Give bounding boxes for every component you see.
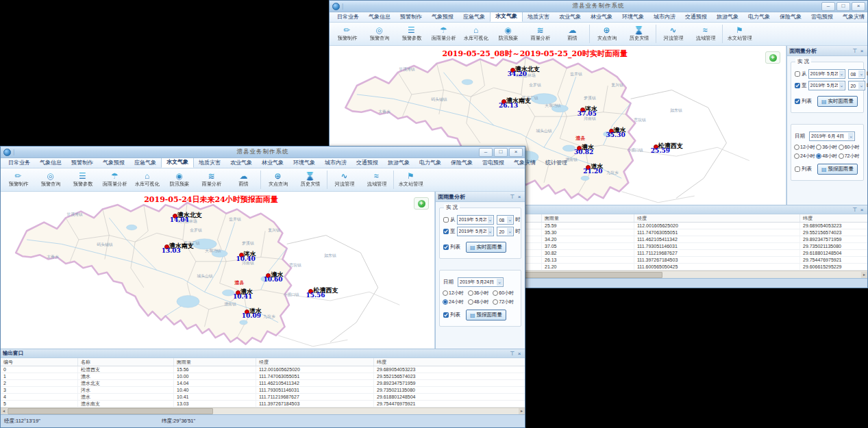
live-to-date-select[interactable]: 2019年 5月25日⌄ (457, 227, 495, 236)
menu-tab[interactable]: 预警制作 (66, 158, 98, 168)
menu-tab[interactable]: 气象信息 (364, 12, 395, 22)
menu-tab[interactable]: 日常业务 (3, 158, 35, 168)
toolbar-button[interactable]: ⚑水文站管理 (723, 23, 756, 45)
duration-radio-option[interactable]: 60小时 (493, 290, 518, 297)
maximize-button[interactable]: □ (494, 148, 508, 157)
forecast-list-checkbox[interactable] (795, 166, 800, 172)
duration-radio[interactable] (468, 290, 473, 296)
column-header[interactable]: 纬度 (800, 214, 867, 222)
duration-radio[interactable] (816, 144, 821, 150)
menu-tab[interactable]: 日常业务 (332, 12, 364, 22)
duration-radio-option[interactable]: 24小时 (794, 153, 816, 160)
pin-icon[interactable]: ⊤ (852, 48, 858, 54)
duration-radio-option[interactable]: 48小时 (468, 299, 493, 305)
menu-tab[interactable]: 电力气象 (743, 12, 775, 22)
duration-radio[interactable] (443, 299, 448, 305)
live-to-checkbox[interactable] (795, 83, 800, 88)
duration-radio-option[interactable]: 24小时 (443, 299, 468, 305)
menu-tab[interactable]: 气象预报 (427, 12, 458, 22)
live-from-checkbox[interactable] (443, 217, 449, 223)
duration-radio-option[interactable]: 60小时 (839, 144, 860, 151)
scroll-right-arrow[interactable]: ▸ (519, 408, 525, 414)
menu-tab[interactable]: 统计管理 (541, 158, 572, 168)
menu-tab[interactable]: 城市内涝 (649, 12, 680, 22)
toolbar-button[interactable]: ✏预警制作 (331, 23, 363, 45)
menu-tab[interactable]: 交通预报 (680, 12, 712, 22)
menu-tab-active[interactable]: 水文气象 (161, 157, 194, 168)
close-icon[interactable]: × (858, 48, 865, 54)
column-header[interactable]: 编号 (1, 358, 78, 366)
menu-tab[interactable]: 气象灾情 (509, 158, 541, 168)
duration-radio[interactable] (839, 144, 844, 150)
pin-icon[interactable]: ⊤ (852, 207, 858, 213)
live-to-checkbox[interactable] (443, 229, 449, 234)
live-from-date-select[interactable]: 2019年 5月25日⌄ (808, 69, 846, 79)
column-header[interactable]: 名称 (78, 358, 174, 366)
live-from-hour-select[interactable]: 08⌄ (497, 215, 514, 225)
live-rainfall-button[interactable]: ▤实时面雨量 (817, 96, 858, 107)
duration-radio-option[interactable]: 72小时 (493, 299, 518, 305)
live-to-hour-select[interactable]: 20⌄ (497, 227, 514, 236)
duration-radio[interactable] (794, 144, 799, 150)
map-viewport[interactable]: 甘溪滩镇太青乡码头铺镇王家厂镇太浮山林场金罗镇盐井镇复兴镇梦溪镇大堰垱镇涔南镇官… (1, 192, 435, 349)
menu-tab[interactable]: 雷电预报 (806, 12, 838, 22)
toolbar-button[interactable]: ☂面雨量分析 (427, 23, 460, 45)
duration-radio[interactable] (816, 153, 821, 159)
live-list-checkbox[interactable] (443, 244, 449, 250)
duration-radio-option[interactable]: 72小时 (839, 153, 860, 160)
menu-tab[interactable]: 旅游气象 (712, 12, 743, 22)
column-header[interactable]: 纬度 (374, 358, 525, 366)
toolbar-button[interactable]: ⌛历史灾情 (623, 23, 655, 45)
minimize-button[interactable]: – (821, 2, 835, 11)
toolbar-button[interactable]: ≋雨量分析 (524, 23, 556, 45)
menu-tab[interactable]: 保险气象 (446, 158, 478, 168)
duration-radio[interactable] (839, 153, 844, 159)
column-header[interactable]: 经度 (634, 214, 800, 222)
add-layer-button[interactable]: + (765, 51, 780, 64)
column-header[interactable]: 经度 (256, 358, 374, 366)
column-header[interactable]: 面雨量 (542, 214, 634, 222)
menu-tab[interactable]: 农业气象 (225, 158, 257, 168)
live-from-checkbox[interactable] (795, 71, 800, 77)
duration-radio-option[interactable]: 12小时 (443, 290, 468, 297)
close-button[interactable]: × (852, 2, 865, 11)
close-button[interactable]: × (509, 148, 523, 157)
menu-tab[interactable]: 地质灾害 (523, 12, 554, 22)
toolbar-button[interactable]: ≈流域管理 (689, 23, 721, 45)
toolbar-button[interactable]: ⌛历史灾情 (294, 168, 326, 191)
live-from-date-select[interactable]: 2019年 5月25日⌄ (457, 215, 495, 225)
toolbar-button[interactable]: ≋雨量分析 (195, 168, 227, 191)
scroll-left-arrow[interactable]: ◂ (1, 408, 7, 414)
menu-tab[interactable]: 保险气象 (775, 12, 806, 22)
live-from-hour-select[interactable]: 08⌄ (848, 69, 865, 79)
table-row[interactable]: 4澧水10.41111.71121968762729.618801248504 (1, 394, 525, 401)
menu-tab[interactable]: 林业气象 (257, 158, 288, 168)
duration-radio[interactable] (493, 299, 498, 305)
menu-tab[interactable]: 林业气象 (586, 12, 617, 22)
toolbar-button[interactable]: ∿河流管理 (657, 23, 689, 45)
menu-tab[interactable]: 电力气象 (414, 158, 446, 168)
menu-tab[interactable]: 城市内涝 (320, 158, 351, 168)
menu-tab[interactable]: 地质灾害 (194, 158, 225, 168)
forecast-date-select[interactable]: 2019年 5月24日⌄ (458, 277, 504, 287)
toolbar-button[interactable]: ◎预警查询 (34, 168, 66, 191)
menu-tab[interactable]: 应急气象 (458, 12, 490, 22)
table-row[interactable]: 2澧水北支14.04111.46210541134229.89234757195… (1, 380, 525, 387)
toolbar-button[interactable]: ☂面雨量分析 (99, 168, 131, 191)
table-row[interactable]: 1澹水10.00111.74706305505129.552156574023 (1, 373, 525, 380)
scrollbar-thumb[interactable] (8, 408, 213, 414)
toolbar-button[interactable]: ⌂水库可视化 (460, 23, 492, 45)
toolbar-button[interactable]: ◉防汛预案 (492, 23, 524, 45)
horizontal-scrollbar[interactable]: ◂▸ (1, 407, 525, 414)
duration-radio-option[interactable]: 12小时 (794, 144, 816, 151)
toolbar-button[interactable]: ⌂水库可视化 (131, 168, 163, 191)
forecast-date-select[interactable]: 2019年 6月 4日⌄ (809, 131, 855, 141)
table-row[interactable]: 5澧水南支13.03111.39726718450329.75447697592… (1, 401, 525, 407)
menu-tab[interactable]: 旅游气象 (383, 158, 414, 168)
duration-radio-option[interactable]: 36小时 (468, 290, 493, 297)
pin-icon[interactable]: ⊤ (509, 194, 516, 200)
duration-radio-option[interactable]: 48小时 (816, 153, 838, 160)
close-icon[interactable]: × (516, 351, 523, 357)
menu-tab[interactable]: 环境气象 (288, 158, 320, 168)
toolbar-button[interactable]: ⚑水文站管理 (395, 168, 427, 191)
